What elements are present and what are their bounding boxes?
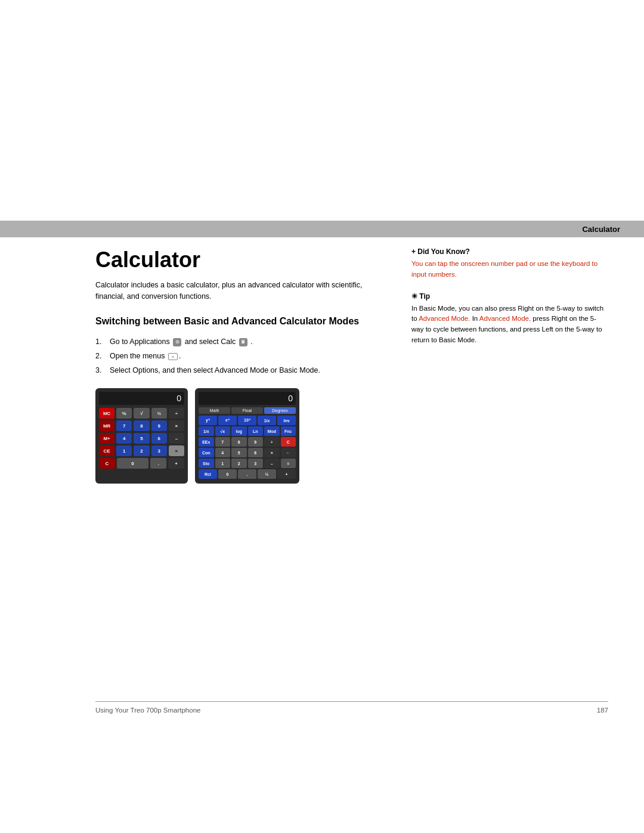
steps-list: 1. Go to Applications ⚙ and select Calc … — [95, 336, 388, 376]
adv-row-6: Rcl 0 . ½ + — [199, 469, 296, 479]
adv-yx-button[interactable]: yˣ — [199, 416, 217, 425]
calc-icon: 🖩 — [239, 338, 247, 346]
did-you-know-text: You can tap the onscreen number pad or u… — [411, 259, 608, 280]
percent-button[interactable]: % — [116, 408, 132, 419]
adv-4-button[interactable]: 4 — [215, 448, 231, 457]
adv-rcl-button[interactable]: Rcl — [199, 469, 217, 479]
adv-row-2: 1/x √x log Ln Mod Fnc — [199, 426, 296, 436]
step-3: 3. Select Options, and then select Advan… — [95, 364, 388, 376]
adv-div-button[interactable]: ÷ — [264, 437, 280, 447]
adv-2-button[interactable]: 2 — [231, 459, 247, 468]
header-bar-title: Calculator — [582, 225, 620, 234]
adv-half-button[interactable]: ½ — [258, 469, 276, 479]
tip-text: In Basic Mode, you can also press Right … — [411, 304, 608, 346]
tip-section: ✳ Tip In Basic Mode, you can also press … — [411, 292, 608, 346]
footer-left-text: Using Your Treo 700p Smartphone — [95, 707, 200, 714]
zero-button[interactable]: 0 — [117, 458, 149, 469]
mc-button[interactable]: MC — [99, 408, 114, 419]
ce-button[interactable]: CE — [99, 445, 114, 456]
adv-mod-button[interactable]: Mod — [264, 426, 280, 436]
eight-button[interactable]: 8 — [134, 420, 149, 431]
adv-row-1: yˣ eˣ 10ˣ 1/x Inv — [199, 416, 296, 425]
adv-0-button[interactable]: 0 — [218, 469, 237, 479]
adv-9-button[interactable]: 9 — [248, 437, 264, 447]
header-bar: Calculator — [0, 221, 644, 237]
mplus-button[interactable]: M+ — [99, 433, 114, 444]
adv-plus-button[interactable]: + — [277, 469, 296, 479]
adv-ln-button[interactable]: Ln — [248, 426, 264, 436]
c-button[interactable]: C — [99, 458, 115, 469]
right-column: + Did You Know? You can tap the onscreen… — [411, 247, 608, 346]
adv-10x-button[interactable]: 10ˣ — [238, 416, 256, 425]
adv-eq-button[interactable]: = — [281, 459, 296, 468]
adv-1divx-button[interactable]: 1/x — [199, 426, 214, 436]
adv-eex-button[interactable]: EEx — [199, 437, 214, 447]
tip-heading: ✳ Tip — [411, 292, 608, 301]
basic-calc-display: 0 — [99, 392, 184, 405]
adv-inv-button[interactable]: Inv — [277, 416, 296, 425]
calc-row-1: MC % √ ½ ÷ — [99, 408, 184, 419]
six-button[interactable]: 6 — [151, 433, 167, 444]
adv-back-button[interactable]: ← — [281, 448, 296, 457]
mr-button[interactable]: MR — [99, 420, 114, 431]
advanced-calculator: 0 Math Float Degrees yˣ eˣ 10ˣ 1/x Inv 1… — [195, 388, 299, 484]
adv-7-button[interactable]: 7 — [215, 437, 231, 447]
multiply-button[interactable]: × — [169, 420, 184, 431]
adv-6-button[interactable]: 6 — [248, 448, 264, 457]
adv-sqrtx-button[interactable]: √x — [215, 426, 231, 436]
calc-row-3: M+ 4 5 6 – — [99, 433, 184, 444]
adv-calc-display: 0 — [199, 392, 296, 405]
step-2: 2. Open the menus ≡. — [95, 350, 388, 362]
sqrt-button[interactable]: √ — [134, 408, 149, 419]
did-you-know-section: + Did You Know? You can tap the onscreen… — [411, 247, 608, 280]
footer: Using Your Treo 700p Smartphone 187 — [95, 701, 608, 714]
equals-button[interactable]: = — [169, 445, 184, 456]
two-button[interactable]: 2 — [134, 445, 149, 456]
adv-sto-button[interactable]: Sto — [199, 459, 214, 468]
adv-mul-button[interactable]: × — [264, 448, 280, 457]
step-1: 1. Go to Applications ⚙ and select Calc … — [95, 336, 388, 348]
adv-row-5: Sto 1 2 3 – = — [199, 459, 296, 468]
main-content: Calculator Calculator includes a basic c… — [95, 247, 608, 678]
page-title: Calculator — [95, 247, 388, 272]
float-tab[interactable]: Float — [231, 407, 263, 414]
adv-5-button[interactable]: 5 — [231, 448, 247, 457]
adv-c-button[interactable]: C — [281, 437, 296, 447]
adv-minus-button[interactable]: – — [264, 459, 280, 468]
basic-calculator: 0 MC % √ ½ ÷ MR 7 8 9 × M+ 4 — [95, 388, 188, 484]
half-button[interactable]: ½ — [151, 408, 167, 419]
three-button[interactable]: 3 — [151, 445, 167, 456]
math-tab[interactable]: Math — [199, 407, 230, 414]
menu-icon: ≡ — [168, 353, 178, 360]
footer-page-number: 187 — [597, 707, 608, 714]
adv-calc-tabs: Math Float Degrees — [199, 407, 296, 414]
adv-fnc-button[interactable]: Fnc — [281, 426, 296, 436]
adv-log-button[interactable]: log — [231, 426, 247, 436]
adv-1x-button[interactable]: 1/x — [258, 416, 276, 425]
adv-ex-button[interactable]: eˣ — [218, 416, 237, 425]
adv-8-button[interactable]: 8 — [231, 437, 247, 447]
one-button[interactable]: 1 — [116, 445, 132, 456]
plus-button[interactable]: + — [168, 458, 184, 469]
five-button[interactable]: 5 — [134, 433, 149, 444]
dot-button[interactable]: . — [150, 458, 166, 469]
left-column: Calculator Calculator includes a basic c… — [95, 247, 388, 484]
adv-con-button[interactable]: Con — [199, 448, 214, 457]
did-you-know-heading: + Did You Know? — [411, 247, 608, 256]
four-button[interactable]: 4 — [116, 433, 132, 444]
adv-row-3: EEx 7 8 9 ÷ C — [199, 437, 296, 447]
seven-button[interactable]: 7 — [116, 420, 132, 431]
degrees-tab[interactable]: Degrees — [264, 407, 296, 414]
calc-row-5: C 0 . + — [99, 458, 184, 469]
adv-1-button[interactable]: 1 — [215, 459, 231, 468]
divide-button[interactable]: ÷ — [169, 408, 184, 419]
calc-row-4: CE 1 2 3 = — [99, 445, 184, 456]
intro-text: Calculator includes a basic calculator, … — [95, 280, 388, 302]
calc-row-2: MR 7 8 9 × — [99, 420, 184, 431]
adv-row-4: Con 4 5 6 × ← — [199, 448, 296, 457]
adv-3-button[interactable]: 3 — [248, 459, 264, 468]
section-heading: Switching between Basic and Advanced Cal… — [95, 315, 388, 328]
nine-button[interactable]: 9 — [151, 420, 167, 431]
minus-button[interactable]: – — [169, 433, 184, 444]
adv-dot-button[interactable]: . — [238, 469, 256, 479]
